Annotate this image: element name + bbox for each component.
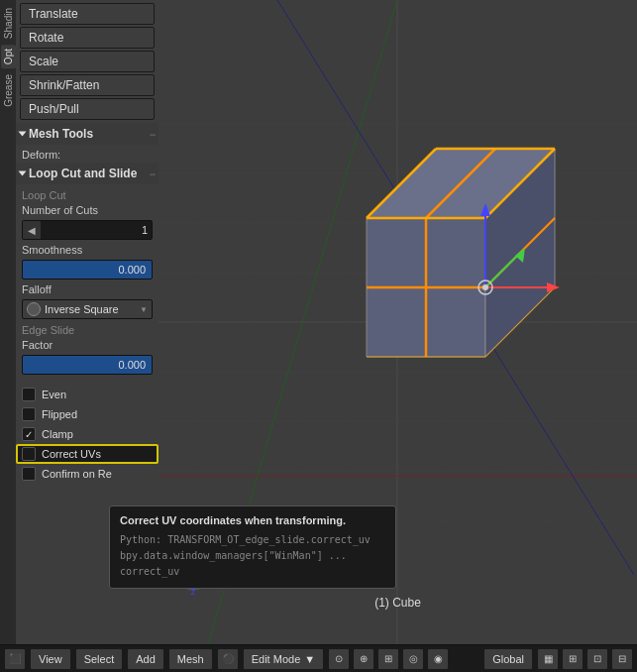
flipped-label: Flipped [42, 408, 77, 420]
edit-mode-selector[interactable]: Edit Mode ▼ [243, 648, 324, 670]
svg-point-43 [482, 284, 488, 290]
extra-icon-1[interactable]: ▦ [537, 648, 559, 670]
bottom-bar: ⬛ View Select Add Mesh ⚫ Edit Mode ▼ ⊙ ⊕… [0, 644, 637, 672]
scale-button[interactable]: Scale [20, 51, 155, 72]
cube-label: (1) Cube [374, 596, 421, 610]
bottom-right-icons: ⊙ ⊕ ⊞ ◎ ◉ [328, 648, 449, 670]
loop-cut-slide-header[interactable]: Loop Cut and Slide ··· [16, 163, 159, 184]
vert-tab-grease[interactable]: Grease [1, 70, 16, 111]
falloff-dropdown-arrow: ▼ [140, 305, 148, 314]
mesh-menu[interactable]: Mesh [168, 648, 213, 670]
cuts-decrement[interactable]: ◀ [23, 221, 41, 239]
number-of-cuts-field[interactable]: ◀ 1 [22, 220, 153, 240]
extra-icon-2[interactable]: ⊞ [562, 648, 584, 670]
smoothness-field[interactable]: 0.000 [22, 260, 153, 280]
deform-label: Deform: [22, 149, 60, 161]
falloff-icon [27, 302, 41, 316]
mode-dropdown-arrow: ▼ [304, 653, 315, 665]
number-of-cuts-field-row: ◀ 1 [16, 218, 159, 242]
loop-cut-slide-triangle [19, 171, 27, 176]
even-label: Even [42, 389, 66, 400]
clamp-checkbox[interactable] [22, 427, 36, 441]
loop-cut-slide-title: Loop Cut and Slide [29, 167, 149, 180]
confirm-on-re-checkbox-row: Confirm on Re [16, 464, 159, 484]
clamp-label: Clamp [42, 428, 73, 440]
falloff-value: Inverse Square [45, 303, 140, 315]
view-menu[interactable]: View [30, 648, 71, 670]
snap-icon[interactable]: ⊕ [353, 648, 374, 670]
extra-icon-3[interactable]: ⊡ [586, 648, 608, 670]
loop-cut-label: Loop Cut [16, 186, 159, 202]
vertical-tabs: Shadin Opt Grease [0, 0, 16, 644]
select-menu[interactable]: Select [75, 648, 124, 670]
correct-uvs-label: Correct UVs [42, 448, 101, 460]
smoothness-label: Smoothness [22, 244, 82, 256]
cuts-value: 1 [41, 224, 152, 236]
smoothness-field-row: 0.000 [16, 258, 159, 281]
factor-field-row: 0.000 [16, 353, 159, 377]
correct-uvs-checkbox[interactable] [22, 447, 36, 461]
flipped-checkbox[interactable] [22, 407, 36, 421]
render-icon[interactable]: ◉ [427, 648, 449, 670]
edge-slide-label: Edge Slide [16, 321, 159, 337]
falloff-label: Falloff [22, 283, 52, 295]
even-checkbox-row: Even [16, 385, 159, 404]
falloff-dropdown[interactable]: Inverse Square ▼ [22, 299, 153, 319]
viewport-type-icon[interactable]: ⬛ [4, 648, 26, 670]
factor-field[interactable]: 0.000 [22, 355, 153, 375]
deform-row: Deform: [16, 147, 159, 163]
mesh-tools-header[interactable]: Mesh Tools ··· [16, 123, 159, 145]
mirror-icon[interactable]: ⊞ [377, 648, 399, 670]
loop-cut-slide-dots: ··· [149, 166, 155, 181]
push-pull-button[interactable]: Push/Pull [20, 98, 155, 120]
mesh-tools-dots: ··· [149, 126, 155, 142]
rotate-button[interactable]: Rotate [20, 27, 155, 49]
proportional-edit-icon[interactable]: ⊙ [328, 648, 350, 670]
confirm-on-re-checkbox[interactable] [22, 467, 36, 481]
tooltip-title: Correct UV coordinates when transforming… [120, 514, 385, 526]
number-of-cuts-label: Number of Cuts [22, 204, 98, 216]
falloff-row: Falloff [16, 281, 159, 297]
correct-uvs-checkbox-row: Correct UVs [16, 444, 159, 464]
falloff-dropdown-row: Inverse Square ▼ [16, 297, 159, 321]
confirm-on-re-label: Confirm on Re [42, 468, 112, 480]
mesh-tools-title: Mesh Tools [29, 127, 149, 141]
svg-text:Z: Z [191, 589, 196, 595]
vert-tab-shading[interactable]: Shadin [1, 4, 16, 43]
factor-row: Factor [16, 337, 159, 353]
mesh-tools-triangle [19, 132, 27, 137]
tooltip-code-line1: Python: TRANSFORM_OT_edge_slide.correct_… [120, 532, 385, 580]
translate-button[interactable]: Translate [20, 3, 155, 25]
number-of-cuts-row: Number of Cuts [16, 202, 159, 218]
smoothness-row: Smoothness [16, 242, 159, 258]
shrink-fatten-button[interactable]: Shrink/Fatten [20, 74, 155, 96]
clamp-checkbox-row: Clamp [16, 424, 159, 444]
tooltip: Correct UV coordinates when transforming… [109, 505, 396, 589]
viewport-shading-icon[interactable]: ⚫ [217, 648, 239, 670]
factor-label: Factor [22, 339, 53, 351]
global-selector[interactable]: Global [483, 648, 533, 670]
view-icon[interactable]: ◎ [402, 648, 424, 670]
flipped-checkbox-row: Flipped [16, 404, 159, 424]
vert-tab-options[interactable]: Opt [1, 45, 16, 68]
extra-icon-4[interactable]: ⊟ [611, 648, 633, 670]
add-menu[interactable]: Add [127, 648, 164, 670]
bottom-far-right-icons: ▦ ⊞ ⊡ ⊟ [537, 648, 633, 670]
transform-buttons: Translate Rotate Scale Shrink/Fatten Pus… [16, 0, 159, 123]
even-checkbox[interactable] [22, 388, 36, 401]
